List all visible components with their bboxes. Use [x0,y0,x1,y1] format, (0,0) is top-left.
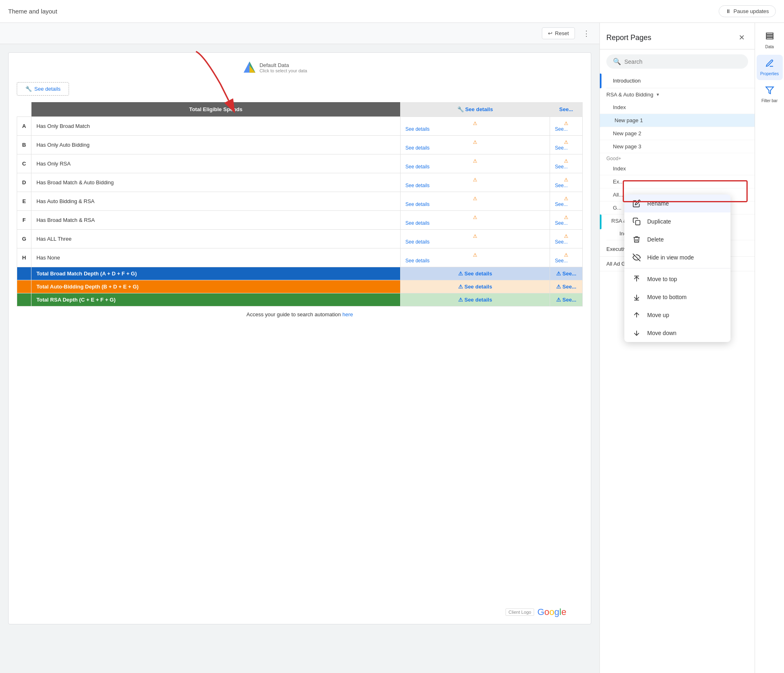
total-see-details[interactable]: ⚠ See details [400,280,550,293]
pause-updates-button[interactable]: ⏸ Pause updates [719,5,776,17]
wrench-icon: 🔧 [25,86,32,92]
move-top-label: Move to top [647,276,677,282]
app-title: Theme and layout [8,8,57,15]
row-label: Has Only Broad Match [31,117,401,136]
see-details-cell[interactable]: ⚠ See details [400,248,550,267]
row-letter: G [17,230,31,248]
see-details-cell2[interactable]: ⚠ See... [550,117,583,136]
row-letter: A [17,117,31,136]
total-see-details[interactable]: ⚠ See details [400,267,550,280]
sub-page-new-1[interactable]: New page 1 [601,114,755,127]
svg-rect-13 [766,35,773,37]
sub-page-new-2[interactable]: New page 2 [600,127,755,140]
menu-item-move-bottom[interactable]: Move to bottom [624,288,731,306]
total-row: Total RSA Depth (C + E + F + G) ⚠ See de… [17,293,583,306]
delete-label: Delete [647,236,664,243]
see-details-cell2[interactable]: ⚠ See... [550,248,583,267]
sub-page-good-index[interactable]: Index [600,162,755,175]
menu-item-duplicate[interactable]: Duplicate [624,212,731,230]
row-label: Has Broad Match & RSA [31,211,401,230]
see-details-dashed[interactable]: 🔧 See details [17,82,69,96]
filter-icon [765,86,774,97]
footer-logos: Client Logo Google [506,607,566,617]
panel-close-button[interactable]: ✕ [735,31,748,44]
table-header-see-details2: See... [550,102,583,117]
table-row: H Has None ⚠ See details ⚠ See... [17,248,583,267]
toolbar-row: ↩ Reset ⋮ [0,23,599,44]
hide-icon [633,253,641,262]
total-see-details[interactable]: ⚠ See details [400,293,550,306]
reset-button[interactable]: ↩ Reset [542,27,575,39]
report-canvas: Default Data Click to select your data 🔧… [8,52,591,624]
move-bottom-label: Move to bottom [647,294,687,300]
more-options-button[interactable]: ⋮ [580,27,593,40]
menu-item-delete[interactable]: Delete [624,230,731,248]
menu-item-rename[interactable]: Rename [624,195,731,212]
google-logo: Default Data Click to select your data [243,61,307,74]
see-details-cell2[interactable]: ⚠ See... [550,173,583,192]
wrench-icon-th: 🔧 [457,106,464,112]
see-details-cell[interactable]: ⚠ See details [400,230,550,248]
total-see-details2[interactable]: ⚠ See... [550,293,583,306]
see-details-cell[interactable]: ⚠ See details [400,117,550,136]
see-details-cell2[interactable]: ⚠ See... [550,192,583,211]
here-link[interactable]: here [342,311,353,317]
menu-item-move-down[interactable]: Move down [624,324,731,342]
properties-panel-button[interactable]: Properties [757,55,783,80]
see-details-cell2[interactable]: ⚠ See... [550,211,583,230]
see-details-cell[interactable]: ⚠ See details [400,192,550,211]
properties-label: Properties [760,72,779,76]
move-up-label: Move up [647,312,669,318]
panel-title: Report Pages [606,34,651,42]
delete-icon [633,235,641,244]
menu-item-move-up[interactable]: Move up [624,306,731,324]
row-letter: D [17,173,31,192]
chevron-down-icon: ▼ [656,92,660,97]
see-details-cell[interactable]: ⚠ See details [400,136,550,154]
duplicate-icon [633,217,641,226]
row-label: Has None [31,248,401,267]
see-details-cell2[interactable]: ⚠ See... [550,230,583,248]
page-item-introduction[interactable]: Introduction [606,74,755,88]
report-pages-panel: Report Pages ✕ 🔍 Introduction RSA & Auto… [599,23,755,673]
row-letter: B [17,136,31,154]
click-data-label: Click to select your data [259,68,307,73]
duplicate-label: Duplicate [647,218,671,225]
table-header-see-details: 🔧 See details [400,102,550,117]
table-row: E Has Auto Bidding & RSA ⚠ See details ⚠… [17,192,583,211]
sub-page-exec-summary-copy[interactable]: Ex... [600,175,755,188]
sub-page-new-3[interactable]: New page 3 [600,140,755,153]
search-icon: 🔍 [613,58,621,65]
row-letter: F [17,211,31,230]
total-see-details2[interactable]: ⚠ See... [550,267,583,280]
access-text: Access your guide to search automation h… [17,311,583,317]
row-letter: C [17,154,31,173]
sub-page-index-1[interactable]: Index [600,101,755,114]
table-header-spends: Total Eligible Spends [31,102,401,117]
total-see-details2[interactable]: ⚠ See... [550,280,583,293]
data-panel-button[interactable]: Data [757,28,783,53]
see-details-cell[interactable]: ⚠ See details [400,211,550,230]
row-label: Has Only RSA [31,154,401,173]
table-row: G Has ALL Three ⚠ See details ⚠ See... [17,230,583,248]
table-row: C Has Only RSA ⚠ See details ⚠ See... [17,154,583,173]
total-row-label: Total Broad Match Depth (A + D + F + G) [31,267,401,280]
see-details-cell[interactable]: ⚠ See details [400,173,550,192]
see-details-cell2[interactable]: ⚠ See... [550,136,583,154]
move-down-label: Move down [647,330,677,336]
blue-bar [600,74,601,88]
menu-item-move-top[interactable]: Move to top [624,270,731,288]
row-label: Has Broad Match & Auto Bidding [31,173,401,192]
context-menu: Rename Duplicate [624,195,731,342]
google-triangle-icon [243,61,256,74]
group-rsa-auto-bidding[interactable]: RSA & Auto Bidding ▼ [600,88,755,101]
menu-item-hide[interactable]: Hide in view mode [624,248,731,266]
reset-icon: ↩ [548,30,552,36]
row-letter: E [17,192,31,211]
filter-bar-button[interactable]: Filter bar [757,82,783,107]
see-details-cell[interactable]: ⚠ See details [400,154,550,173]
total-row-label: Total Auto-Bidding Depth (B + D + E + G) [31,280,401,293]
search-input[interactable] [624,58,742,65]
see-details-cell2[interactable]: ⚠ See... [550,154,583,173]
top-bar: Theme and layout ⏸ Pause updates [0,0,784,23]
